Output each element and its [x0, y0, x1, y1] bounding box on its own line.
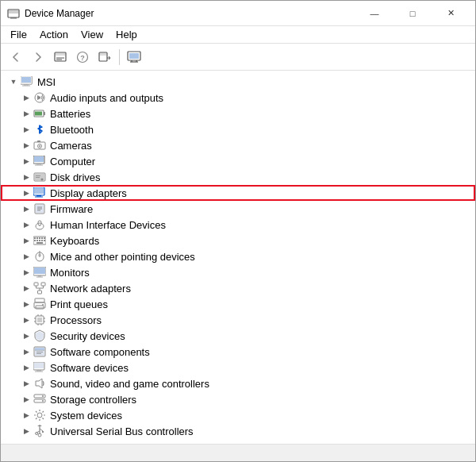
hid-expand-arrow[interactable]	[20, 218, 33, 231]
audio-icon	[33, 91, 47, 104]
svg-rect-57	[44, 237, 45, 239]
root-label: MSI	[37, 76, 56, 88]
menu-file[interactable]: File	[4, 27, 33, 42]
bluetooth-expand-arrow[interactable]	[20, 123, 33, 136]
keyboards-label: Keyboards	[50, 235, 99, 247]
tree-item-usb[interactable]: Universal Serial Bus controllers	[1, 423, 475, 439]
system-label: System devices	[50, 410, 122, 422]
tree-item-monitors[interactable]: Monitors	[1, 264, 475, 280]
svg-rect-25	[35, 112, 42, 116]
tree-item-computer[interactable]: Computer	[1, 153, 475, 169]
scan-button[interactable]	[94, 47, 115, 67]
svg-rect-43	[35, 197, 43, 198]
forward-button[interactable]	[28, 47, 48, 67]
svg-rect-84	[37, 318, 42, 322]
printer-icon	[33, 298, 47, 310]
root-expand-arrow[interactable]	[7, 75, 20, 88]
monitor-icon	[33, 266, 47, 279]
cameras-expand-arrow[interactable]	[20, 139, 33, 152]
tree-item-security[interactable]: Security devices	[1, 328, 475, 344]
svg-rect-69	[34, 268, 45, 274]
swdev-icon	[33, 361, 47, 374]
svg-rect-72	[34, 283, 38, 286]
tree-item-keyboards[interactable]: Keyboards	[1, 233, 475, 248]
network-expand-arrow[interactable]	[20, 282, 33, 295]
tree-item-sound[interactable]: Sound, video and game controllers	[1, 375, 475, 391]
svg-rect-34	[35, 165, 43, 166]
tree-root-msi[interactable]: MSI	[1, 74, 475, 90]
menu-view[interactable]: View	[75, 27, 109, 42]
tree-item-print[interactable]: Print queues	[1, 296, 475, 312]
svg-rect-70	[38, 275, 41, 277]
swcomp-expand-arrow[interactable]	[20, 345, 33, 358]
svg-rect-59	[36, 240, 38, 241]
monitors-expand-arrow[interactable]	[20, 266, 33, 279]
svg-rect-74	[38, 291, 42, 294]
close-button[interactable]: ✕	[432, 1, 469, 26]
computer-expand-arrow[interactable]	[20, 155, 33, 167]
svg-rect-63	[36, 242, 43, 244]
svg-rect-62	[44, 240, 45, 241]
svg-rect-101	[36, 370, 41, 372]
security-expand-arrow[interactable]	[20, 329, 33, 342]
sound-expand-arrow[interactable]	[20, 377, 33, 390]
svg-rect-96	[35, 348, 44, 350]
tree-item-mice[interactable]: Mice and other pointing devices	[1, 248, 475, 264]
tree-item-network[interactable]: Network adapters	[1, 280, 475, 296]
tree-item-display[interactable]: Display adapters	[1, 185, 475, 201]
firmware-label: Firmware	[50, 203, 93, 215]
usb-label: Universal Serial Bus controllers	[50, 425, 194, 437]
print-expand-arrow[interactable]	[20, 298, 33, 310]
tree-item-storage[interactable]: Storage controllers	[1, 391, 475, 407]
storage-expand-arrow[interactable]	[20, 393, 33, 406]
storage-label: Storage controllers	[50, 394, 136, 406]
svg-rect-42	[36, 195, 41, 197]
tree-item-processors[interactable]: Processors	[1, 312, 475, 328]
svg-rect-32	[34, 156, 44, 162]
svg-point-108	[37, 413, 42, 418]
disk-expand-arrow[interactable]	[20, 171, 33, 183]
tree-item-cameras[interactable]: Cameras	[1, 137, 475, 153]
tree-item-firmware[interactable]: Firmware	[1, 201, 475, 217]
menu-help[interactable]: Help	[109, 27, 144, 42]
swdev-expand-arrow[interactable]	[20, 361, 33, 374]
help-button[interactable]: ?	[72, 47, 93, 67]
svg-rect-79	[35, 298, 44, 302]
svg-point-106	[42, 395, 44, 397]
mice-expand-arrow[interactable]	[20, 250, 33, 263]
tree-item-audio[interactable]: Audio inputs and outputs	[1, 90, 475, 106]
maximize-button[interactable]: □	[394, 1, 431, 26]
processors-expand-arrow[interactable]	[20, 314, 33, 326]
svg-rect-58	[34, 240, 36, 241]
svg-rect-55	[39, 237, 40, 239]
svg-text:?: ?	[80, 54, 85, 62]
audio-expand-arrow[interactable]	[20, 91, 33, 104]
swcomp-label: Software components	[50, 346, 150, 358]
menu-action[interactable]: Action	[33, 27, 75, 42]
display-adapter-icon	[33, 187, 47, 199]
keyboards-expand-arrow[interactable]	[20, 234, 33, 247]
properties-button[interactable]	[50, 47, 71, 67]
tree-item-bluetooth[interactable]: Bluetooth	[1, 121, 475, 137]
tree-item-batteries[interactable]: Batteries	[1, 106, 475, 121]
system-expand-arrow[interactable]	[20, 409, 33, 422]
svg-rect-112	[42, 431, 44, 433]
hid-icon	[33, 218, 47, 231]
display-expand-arrow[interactable]	[20, 187, 33, 199]
tree-item-swdev[interactable]: Software devices	[1, 360, 475, 375]
svg-rect-2	[10, 17, 17, 19]
back-button[interactable]	[6, 47, 26, 67]
firmware-expand-arrow[interactable]	[20, 202, 33, 215]
tree-view: MSI Audio inputs and outputs	[1, 71, 475, 444]
tree-item-disk[interactable]: Disk drives	[1, 169, 475, 185]
tree-item-hid[interactable]: Human Interface Devices	[1, 217, 475, 233]
computer-icon	[20, 75, 34, 88]
minimize-button[interactable]: —	[356, 1, 393, 26]
tree-item-swcomp[interactable]: Software components	[1, 344, 475, 360]
tree-item-system[interactable]: System devices	[1, 407, 475, 423]
batteries-expand-arrow[interactable]	[20, 107, 33, 120]
bluetooth-label: Bluetooth	[50, 124, 94, 136]
usb-expand-arrow[interactable]	[20, 425, 33, 437]
display-button[interactable]	[124, 47, 144, 67]
sound-icon	[33, 377, 47, 390]
